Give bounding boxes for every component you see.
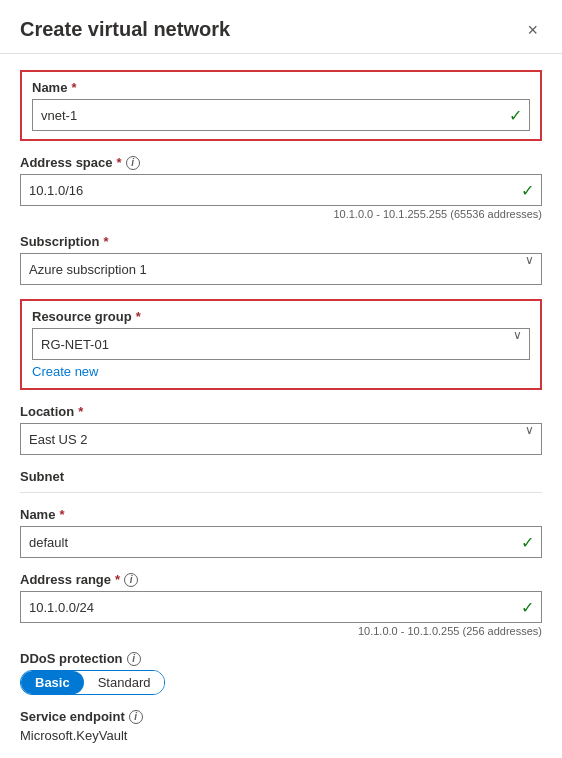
resource-group-select-wrapper: RG-NET-01 ∨ bbox=[32, 328, 530, 360]
subscription-label: Subscription * bbox=[20, 234, 542, 249]
subnet-name-input[interactable] bbox=[20, 526, 542, 558]
name-input-wrapper: ✓ bbox=[32, 99, 530, 131]
address-space-hint: 10.1.0.0 - 10.1.255.255 (65536 addresses… bbox=[20, 208, 542, 220]
name-field-group: Name * ✓ bbox=[20, 70, 542, 141]
subnet-name-input-wrapper: ✓ bbox=[20, 526, 542, 558]
service-endpoint-value: Microsoft.KeyVault bbox=[20, 728, 542, 743]
ddos-toggle-container: Basic Standard bbox=[20, 670, 165, 695]
service-endpoint-label: Service endpoint i bbox=[20, 709, 542, 724]
address-range-input[interactable] bbox=[20, 591, 542, 623]
create-virtual-network-panel: Create virtual network × Name * ✓ Addres… bbox=[0, 0, 562, 758]
ddos-protection-field-group: DDoS protection i Basic Standard bbox=[20, 651, 542, 695]
location-select[interactable]: East US 2 bbox=[20, 423, 542, 455]
name-label: Name * bbox=[32, 80, 530, 95]
location-label: Location * bbox=[20, 404, 542, 419]
panel-title: Create virtual network bbox=[20, 18, 230, 41]
address-space-input[interactable] bbox=[20, 174, 542, 206]
ddos-basic-option[interactable]: Basic bbox=[21, 671, 84, 694]
location-field-group: Location * East US 2 ∨ bbox=[20, 404, 542, 455]
location-select-wrapper: East US 2 ∨ bbox=[20, 423, 542, 455]
address-range-info-icon[interactable]: i bbox=[124, 573, 138, 587]
subscription-select[interactable]: Azure subscription 1 bbox=[20, 253, 542, 285]
address-space-info-icon[interactable]: i bbox=[126, 156, 140, 170]
address-range-checkmark: ✓ bbox=[521, 598, 534, 617]
subscription-select-wrapper: Azure subscription 1 ∨ bbox=[20, 253, 542, 285]
service-endpoint-info-icon[interactable]: i bbox=[129, 710, 143, 724]
panel-header: Create virtual network × bbox=[0, 0, 562, 54]
close-button[interactable]: × bbox=[523, 19, 542, 41]
ddos-standard-option[interactable]: Standard bbox=[84, 671, 165, 694]
name-checkmark: ✓ bbox=[509, 106, 522, 125]
name-input[interactable] bbox=[32, 99, 530, 131]
address-space-field-group: Address space * i ✓ 10.1.0.0 - 10.1.255.… bbox=[20, 155, 542, 220]
address-range-input-wrapper: ✓ bbox=[20, 591, 542, 623]
subnet-name-label: Name * bbox=[20, 507, 542, 522]
subnet-section: Subnet bbox=[20, 469, 542, 493]
address-space-input-wrapper: ✓ bbox=[20, 174, 542, 206]
subnet-name-checkmark: ✓ bbox=[521, 533, 534, 552]
subnet-section-label: Subnet bbox=[20, 469, 542, 484]
create-new-link[interactable]: Create new bbox=[32, 364, 98, 379]
subnet-name-field-group: Name * ✓ bbox=[20, 507, 542, 558]
address-space-label: Address space * i bbox=[20, 155, 542, 170]
address-range-field-group: Address range * i ✓ 10.1.0.0 - 10.1.0.25… bbox=[20, 572, 542, 637]
address-range-hint: 10.1.0.0 - 10.1.0.255 (256 addresses) bbox=[20, 625, 542, 637]
resource-group-select[interactable]: RG-NET-01 bbox=[32, 328, 530, 360]
ddos-info-icon[interactable]: i bbox=[127, 652, 141, 666]
resource-group-field-group: Resource group * RG-NET-01 ∨ Create new bbox=[20, 299, 542, 390]
ddos-label: DDoS protection i bbox=[20, 651, 542, 666]
panel-body: Name * ✓ Address space * i ✓ 10.1.0.0 - … bbox=[0, 54, 562, 758]
resource-group-label: Resource group * bbox=[32, 309, 530, 324]
subscription-field-group: Subscription * Azure subscription 1 ∨ bbox=[20, 234, 542, 285]
address-space-checkmark: ✓ bbox=[521, 181, 534, 200]
service-endpoint-field-group: Service endpoint i Microsoft.KeyVault bbox=[20, 709, 542, 743]
address-range-label: Address range * i bbox=[20, 572, 542, 587]
subnet-divider bbox=[20, 492, 542, 493]
